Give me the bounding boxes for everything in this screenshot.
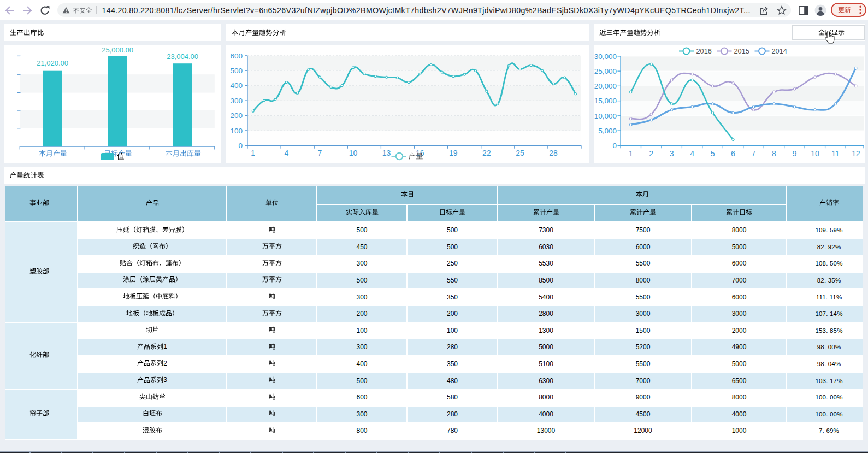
svg-text:0: 0 — [612, 142, 617, 150]
svg-text:5,000: 5,000 — [598, 127, 617, 135]
svg-text:10,000: 10,000 — [594, 112, 617, 120]
svg-text:19: 19 — [449, 149, 458, 157]
svg-text:9: 9 — [792, 149, 796, 158]
svg-text:7: 7 — [752, 149, 756, 158]
svg-text:5: 5 — [711, 149, 715, 158]
svg-text:10: 10 — [811, 149, 819, 158]
svg-text:8: 8 — [772, 149, 776, 158]
svg-text:2: 2 — [649, 149, 653, 158]
svg-text:6: 6 — [731, 149, 735, 158]
svg-text:2016: 2016 — [696, 47, 712, 55]
svg-text:3: 3 — [670, 149, 674, 158]
svg-text:28: 28 — [549, 149, 558, 157]
svg-text:25,000: 25,000 — [594, 67, 617, 75]
svg-text:100: 100 — [230, 127, 243, 135]
svg-text:10: 10 — [349, 149, 358, 157]
svg-text:4: 4 — [284, 149, 288, 157]
svg-text:25,000.00: 25,000.00 — [102, 46, 133, 54]
svg-text:300: 300 — [230, 97, 243, 105]
svg-text:200: 200 — [230, 111, 243, 120]
svg-text:20,000: 20,000 — [594, 82, 617, 90]
svg-text:12: 12 — [852, 149, 860, 158]
svg-text:21,020.00: 21,020.00 — [37, 59, 68, 67]
svg-text:7: 7 — [318, 149, 322, 157]
svg-text:22: 22 — [482, 149, 491, 157]
svg-text:2014: 2014 — [772, 47, 787, 55]
svg-text:600: 600 — [230, 52, 243, 60]
svg-text:0: 0 — [238, 142, 243, 150]
svg-text:15,000: 15,000 — [594, 97, 617, 105]
svg-text:13: 13 — [382, 149, 391, 157]
svg-text:25: 25 — [516, 149, 524, 157]
svg-text:2015: 2015 — [734, 47, 749, 55]
svg-text:4: 4 — [690, 149, 694, 158]
svg-text:23,004.00: 23,004.00 — [167, 52, 198, 61]
svg-text:11: 11 — [831, 149, 840, 158]
svg-text:500: 500 — [230, 67, 243, 75]
svg-text:1: 1 — [251, 149, 255, 157]
svg-text:1: 1 — [629, 149, 633, 158]
svg-text:30,000: 30,000 — [594, 52, 617, 61]
svg-text:400: 400 — [230, 81, 243, 90]
